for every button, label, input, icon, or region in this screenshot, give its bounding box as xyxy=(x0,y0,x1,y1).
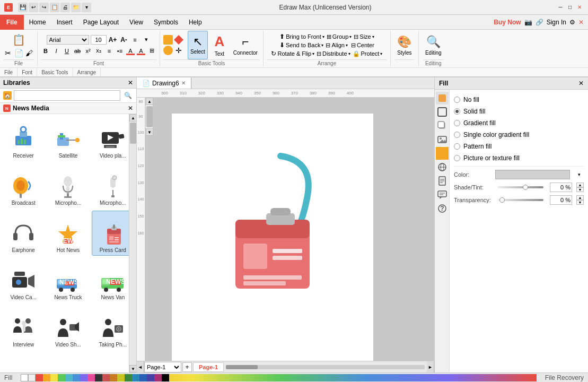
fill-doc-icon[interactable] xyxy=(436,175,449,187)
lib-item-microphone2[interactable]: Micropho... xyxy=(92,163,134,209)
darkpurple-swatch[interactable] xyxy=(147,374,154,381)
select-tool-btn[interactable]: ↖ Select xyxy=(188,31,208,59)
darkyellow-swatch[interactable] xyxy=(117,374,125,381)
scroll-left-btn[interactable]: ◄ xyxy=(137,361,144,373)
lib-scroll-thumb[interactable] xyxy=(130,123,136,144)
text-align-btn[interactable]: ≡ xyxy=(130,35,140,45)
transparency-up[interactable]: ▲ xyxy=(576,195,584,200)
font-expand-btn[interactable]: ⊞ xyxy=(147,46,156,56)
transparency-value[interactable] xyxy=(550,195,572,205)
shade-tint-thumb[interactable] xyxy=(523,185,528,190)
picture-fill-option[interactable]: Picture or texture fill xyxy=(454,152,584,164)
darkblue-swatch[interactable] xyxy=(139,374,147,381)
center-btn[interactable]: ⊟ Center xyxy=(351,42,374,49)
single-gradient-option[interactable]: Single color gradient fill xyxy=(454,129,584,141)
underline-btn[interactable]: U xyxy=(62,46,72,56)
align-btn[interactable]: ⊟ Align ▾ xyxy=(326,42,347,49)
editing-btn[interactable]: 🔍 Editing xyxy=(423,31,444,59)
maximize-btn[interactable]: □ xyxy=(566,3,574,12)
send-to-back-btn[interactable]: ⬇ Send to Back ▾ xyxy=(279,41,323,49)
cut-btn[interactable]: ✂ xyxy=(3,48,13,58)
shade-tint-up[interactable]: ▲ xyxy=(576,183,584,187)
orange-color-swatch[interactable] xyxy=(436,147,449,160)
picture-fill-radio[interactable] xyxy=(454,155,460,161)
gradient-fill-radio[interactable] xyxy=(454,120,460,126)
italic-btn[interactable]: I xyxy=(51,46,61,56)
darkpink-swatch[interactable] xyxy=(154,374,162,381)
page-tab[interactable]: Page-1 xyxy=(193,362,224,372)
canvas-tab-close[interactable]: ✕ xyxy=(181,80,186,86)
menu-view[interactable]: View xyxy=(124,15,148,30)
lib-scroll-up[interactable]: ▲ xyxy=(129,114,136,121)
yellow-swatch[interactable] xyxy=(50,374,58,381)
clipboard-btn[interactable]: 📋 xyxy=(50,3,59,12)
lib-item-broadcast[interactable]: Broadcast xyxy=(2,163,45,209)
subscript-btn[interactable]: x₂ xyxy=(94,46,103,56)
fill-orange-icon[interactable] xyxy=(436,147,449,160)
fill-world-icon[interactable] xyxy=(436,161,449,173)
press-card-drawing[interactable] xyxy=(220,145,341,294)
fill-picture-icon[interactable] xyxy=(436,133,449,146)
lib-scroll-down[interactable]: ▼ xyxy=(129,365,136,372)
solid-fill-radio[interactable] xyxy=(454,108,460,115)
teal-swatch[interactable] xyxy=(65,374,73,381)
shape-diamond-btn[interactable] xyxy=(174,35,183,45)
bring-front-arrow[interactable]: ▾ xyxy=(322,34,324,39)
size-btn[interactable]: ⊟ Size ▾ xyxy=(354,33,374,40)
format-painter-btn[interactable]: 🖌 xyxy=(24,48,34,58)
close-icon[interactable]: ✕ xyxy=(578,19,584,26)
fill-shadow-icon[interactable] xyxy=(436,119,449,132)
solid-fill-option[interactable]: Solid fill xyxy=(454,106,584,117)
lib-item-takingphoto[interactable]: Taking Ph... xyxy=(92,305,134,350)
transparency-slider[interactable] xyxy=(497,199,543,201)
protect-btn[interactable]: 🔒 Protect ▾ xyxy=(353,50,383,57)
fill-close-btn[interactable]: ✕ xyxy=(578,80,584,87)
align-arrow[interactable]: ▾ xyxy=(346,43,348,48)
color-palette-bar[interactable] xyxy=(21,374,536,381)
lib-item-hotnews[interactable]: NEWS Hot News xyxy=(47,211,89,256)
purple-swatch[interactable] xyxy=(80,374,87,381)
black-swatch[interactable] xyxy=(162,374,169,381)
superscript-btn[interactable]: x² xyxy=(83,46,93,56)
lib-item-presscard[interactable]: Press Card xyxy=(92,211,134,256)
lightgray-swatch[interactable] xyxy=(28,374,36,381)
add-page-btn[interactable]: + xyxy=(182,362,192,372)
group-btn[interactable]: ⊞ Group ▾ xyxy=(327,33,352,40)
lib-item-satellite[interactable]: Satellite xyxy=(47,116,89,161)
lib-item-receiver[interactable]: Receiver xyxy=(2,116,45,161)
darkred-swatch[interactable] xyxy=(102,374,110,381)
scroll-right-btn[interactable]: ► xyxy=(427,361,434,373)
menu-help[interactable]: Help xyxy=(183,15,207,30)
copy-btn[interactable]: 📄 xyxy=(14,48,23,58)
color-picker-box[interactable] xyxy=(495,170,570,179)
canvas-tab-drawing6[interactable]: 📄 Drawing6 ✕ xyxy=(137,77,191,89)
bold-btn[interactable]: B xyxy=(41,46,50,56)
scroll-thumb-h[interactable] xyxy=(226,365,258,369)
menu-insert[interactable]: Insert xyxy=(51,15,78,30)
dark-swatch[interactable] xyxy=(95,374,102,381)
shade-tint-value[interactable] xyxy=(550,183,572,192)
pink-swatch[interactable] xyxy=(87,374,95,381)
text-more-btn[interactable]: ▾ xyxy=(142,35,151,45)
paste-btn[interactable]: 📋 xyxy=(11,32,26,47)
minimize-btn[interactable]: ─ xyxy=(556,3,565,12)
settings-icon[interactable]: ⚙ xyxy=(569,19,575,26)
undo-btn[interactable]: ↩ xyxy=(29,3,38,12)
libraries-close-btn[interactable]: ✕ xyxy=(128,79,133,86)
font-color-btn[interactable]: A xyxy=(136,46,146,56)
size-arrow[interactable]: ▾ xyxy=(372,34,374,39)
menu-page-layout[interactable]: Page Layout xyxy=(78,15,124,30)
text-tool-btn[interactable]: A Text xyxy=(210,31,229,59)
rotate-flip-btn[interactable]: ↻ Rotate & Flip ▾ xyxy=(271,50,314,57)
darkorange-swatch[interactable] xyxy=(110,374,117,381)
darkgreen-swatch[interactable] xyxy=(125,374,132,381)
shade-tint-down[interactable]: ▼ xyxy=(576,187,584,192)
font-size-input[interactable] xyxy=(91,35,107,45)
print-btn[interactable]: 🖨 xyxy=(60,3,70,12)
single-gradient-radio[interactable] xyxy=(454,132,460,138)
canvas-content[interactable]: ▲ ▼ xyxy=(145,98,434,361)
sign-in-btn[interactable]: Sign In xyxy=(547,19,566,26)
send-back-arrow[interactable]: ▾ xyxy=(321,43,323,48)
darkteal-swatch[interactable] xyxy=(132,374,139,381)
styles-btn[interactable]: 🎨 Styles xyxy=(395,31,414,59)
